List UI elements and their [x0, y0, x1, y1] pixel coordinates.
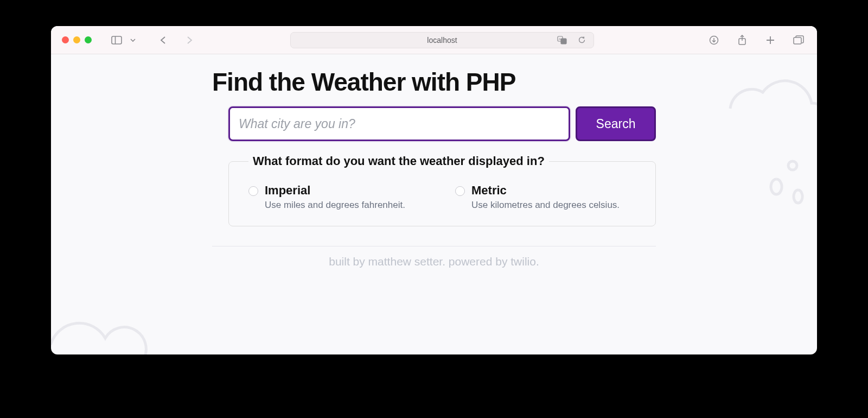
format-fieldset: What format do you want the weather disp… [228, 154, 656, 226]
radio-metric[interactable] [455, 186, 465, 196]
format-option-imperial[interactable]: Imperial Use miles and degrees fahrenhei… [248, 183, 429, 211]
back-button[interactable] [156, 33, 171, 48]
forward-button[interactable] [182, 33, 197, 48]
svg-text:A: A [559, 37, 561, 41]
traffic-lights [62, 36, 92, 43]
address-text: localhost [427, 36, 457, 45]
downloads-icon[interactable] [706, 33, 722, 48]
footer-text: built by matthew setter. powered by twil… [212, 255, 656, 268]
translate-icon[interactable]: A [554, 33, 570, 48]
address-bar[interactable]: localhost A [290, 32, 594, 48]
share-icon[interactable] [735, 33, 750, 48]
format-option-metric[interactable]: Metric Use kilometres and degrees celsiu… [455, 183, 636, 211]
option-label: Metric [471, 183, 620, 198]
fullscreen-window-button[interactable] [85, 36, 92, 43]
search-button[interactable]: Search [576, 106, 656, 141]
page-title: Find the Weather with PHP [212, 67, 656, 97]
divider [212, 246, 656, 246]
sidebar-toggle-icon[interactable] [109, 33, 124, 48]
option-desc: Use miles and degrees fahrenheit. [265, 200, 405, 211]
radio-imperial[interactable] [248, 186, 258, 196]
browser-window: localhost A [51, 26, 817, 354]
option-desc: Use kilometres and degrees celsius. [471, 200, 620, 211]
city-input[interactable] [228, 106, 570, 141]
svg-rect-0 [112, 36, 122, 44]
cloud-decoration-icon [709, 54, 817, 206]
search-row: Search [212, 106, 656, 141]
nav-arrows [156, 33, 197, 48]
reload-icon[interactable] [574, 33, 589, 48]
titlebar: localhost A [51, 26, 817, 54]
option-label: Imperial [265, 183, 405, 198]
format-legend: What format do you want the weather disp… [248, 154, 549, 168]
minimize-window-button[interactable] [73, 36, 80, 43]
cloud-decoration-icon [51, 300, 149, 354]
svg-rect-11 [794, 37, 801, 44]
new-tab-icon[interactable] [763, 33, 778, 48]
tabs-overview-icon[interactable] [791, 33, 806, 48]
svg-point-12 [788, 161, 797, 170]
svg-rect-3 [561, 39, 566, 44]
chevron-down-icon[interactable] [125, 33, 141, 48]
close-window-button[interactable] [62, 36, 69, 43]
page-content: Find the Weather with PHP Search What fo… [51, 54, 817, 354]
